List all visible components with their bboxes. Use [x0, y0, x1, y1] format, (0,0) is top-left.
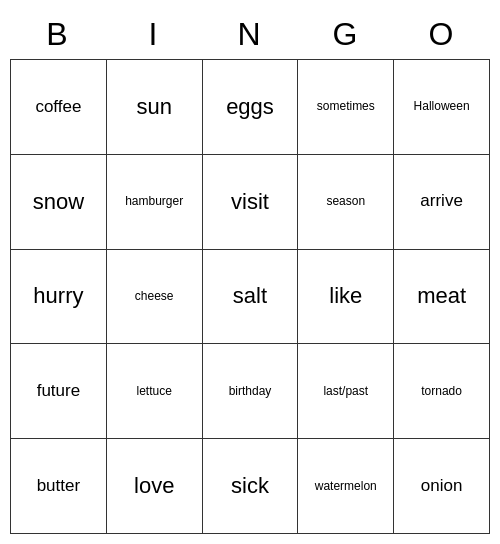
cell-r0-c0: coffee: [11, 60, 107, 155]
cell-r1-c0: snow: [11, 155, 107, 250]
cell-text: coffee: [35, 98, 81, 117]
cell-text: lettuce: [137, 385, 172, 398]
cell-text: love: [134, 474, 174, 498]
header-letter: B: [10, 10, 106, 59]
cell-text: sun: [136, 95, 171, 119]
cell-r2-c0: hurry: [11, 250, 107, 345]
bingo-card: BINGO coffeesuneggssometimesHalloweensno…: [10, 10, 490, 534]
cell-r0-c1: sun: [107, 60, 203, 155]
header-letter: G: [298, 10, 394, 59]
cell-text: Halloween: [414, 100, 470, 113]
bingo-grid: coffeesuneggssometimesHalloweensnowhambu…: [10, 59, 490, 534]
cell-text: sick: [231, 474, 269, 498]
header-letter: O: [394, 10, 490, 59]
cell-r1-c1: hamburger: [107, 155, 203, 250]
cell-text: birthday: [229, 385, 272, 398]
cell-text: like: [329, 284, 362, 308]
cell-text: future: [37, 382, 80, 401]
cell-text: onion: [421, 477, 463, 496]
cell-r4-c3: watermelon: [298, 439, 394, 534]
cell-text: tornado: [421, 385, 462, 398]
cell-text: snow: [33, 190, 84, 214]
cell-r4-c4: onion: [394, 439, 490, 534]
cell-r1-c4: arrive: [394, 155, 490, 250]
bingo-header: BINGO: [10, 10, 490, 59]
cell-text: visit: [231, 190, 269, 214]
cell-text: watermelon: [315, 480, 377, 493]
cell-text: cheese: [135, 290, 174, 303]
cell-r1-c2: visit: [203, 155, 299, 250]
cell-text: butter: [37, 477, 80, 496]
cell-r1-c3: season: [298, 155, 394, 250]
cell-r3-c0: future: [11, 344, 107, 439]
cell-r4-c2: sick: [203, 439, 299, 534]
cell-r3-c2: birthday: [203, 344, 299, 439]
cell-text: eggs: [226, 95, 274, 119]
cell-r0-c4: Halloween: [394, 60, 490, 155]
cell-r0-c3: sometimes: [298, 60, 394, 155]
cell-r2-c2: salt: [203, 250, 299, 345]
cell-text: hurry: [33, 284, 83, 308]
cell-r2-c3: like: [298, 250, 394, 345]
cell-r4-c0: butter: [11, 439, 107, 534]
cell-text: sometimes: [317, 100, 375, 113]
cell-r3-c1: lettuce: [107, 344, 203, 439]
cell-r2-c4: meat: [394, 250, 490, 345]
cell-text: salt: [233, 284, 267, 308]
cell-r3-c4: tornado: [394, 344, 490, 439]
cell-r2-c1: cheese: [107, 250, 203, 345]
cell-r4-c1: love: [107, 439, 203, 534]
cell-r3-c3: last/past: [298, 344, 394, 439]
cell-text: arrive: [420, 192, 463, 211]
cell-text: last/past: [323, 385, 368, 398]
cell-text: hamburger: [125, 195, 183, 208]
cell-text: meat: [417, 284, 466, 308]
cell-text: season: [326, 195, 365, 208]
header-letter: N: [202, 10, 298, 59]
header-letter: I: [106, 10, 202, 59]
cell-r0-c2: eggs: [203, 60, 299, 155]
